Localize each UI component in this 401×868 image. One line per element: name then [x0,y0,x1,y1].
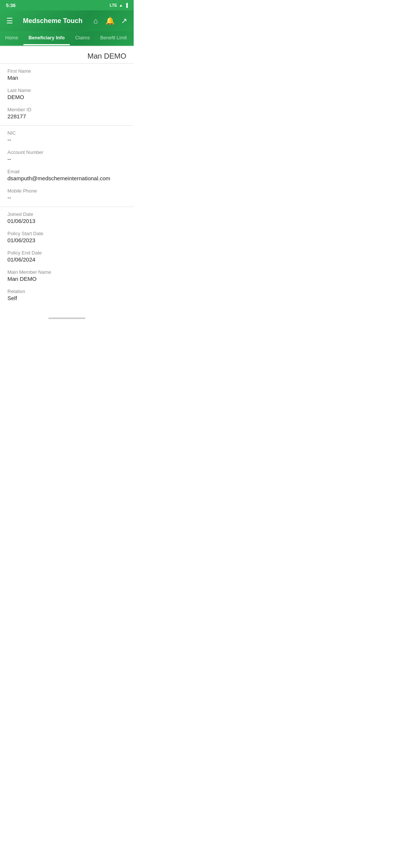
field-label-3: Main Member Name [7,269,126,275]
section-2: Joined Date01/06/2013Policy Start Date01… [0,207,134,307]
field-value-4: Self [7,295,126,301]
field-last-name: Last NameDEMO [7,88,126,100]
field-value-1: -- [7,156,126,162]
field-joined-date: Joined Date01/06/2013 [7,211,126,224]
section-1: NIC--Account Number--Emaildsamputh@medsc… [0,126,134,207]
field-label-1: Policy Start Date [7,231,126,236]
field-email: Emaildsamputh@medschemeinternational.com [7,169,126,181]
tab-beneficiary-info[interactable]: Beneficiary Info [23,31,70,45]
lte-icon: LTE [110,3,117,7]
field-nic: NIC-- [7,130,126,143]
tab-bar: HomeBeneficiary InfoClaimsBenefit LimitS… [0,31,134,46]
field-value-1: DEMO [7,94,126,100]
content: Man DEMO First NameManLast NameDEMOMembe… [0,46,134,307]
tab-home[interactable]: Home [0,31,23,45]
field-account-number: Account Number-- [7,149,126,162]
home-icon[interactable]: ⌂ [91,17,101,25]
app-title: Medscheme Touch [19,17,87,25]
field-first-name: First NameMan [7,68,126,81]
field-label-2: Email [7,169,126,174]
field-label-3: Mobile Phone [7,188,126,194]
field-value-1: 01/06/2023 [7,237,126,243]
section-0: First NameManLast NameDEMOMember ID22817… [0,64,134,126]
app-bar: ☰ Medscheme Touch ⌂ 🔔 ↗ [0,10,134,31]
field-policy-start-date: Policy Start Date01/06/2023 [7,231,126,243]
battery-icon: ▐ [125,3,128,7]
signal-icon: ▲ [119,3,123,7]
tab-snap-&-send[interactable]: Snap & Send [132,31,134,45]
tab-claims[interactable]: Claims [70,31,95,45]
field-relation: RelationSelf [7,289,126,301]
field-label-1: Last Name [7,88,126,93]
field-value-0: Man [7,75,126,81]
field-label-2: Member ID [7,107,126,112]
field-value-2: dsamputh@medschemeinternational.com [7,175,126,181]
field-label-2: Policy End Date [7,250,126,256]
field-label-0: NIC [7,130,126,136]
field-value-3: Man DEMO [7,276,126,282]
share-icon[interactable]: ↗ [119,16,129,25]
menu-icon[interactable]: ☰ [4,16,15,25]
field-policy-end-date: Policy End Date01/06/2024 [7,250,126,263]
status-icons: LTE ▲ ▐ [110,3,128,7]
field-value-2: 228177 [7,113,126,119]
home-indicator [0,315,134,322]
field-value-3: -- [7,194,126,201]
field-label-0: First Name [7,68,126,74]
notification-icon[interactable]: 🔔 [105,16,115,25]
field-mobile-phone: Mobile Phone-- [7,188,126,201]
member-name-header: Man DEMO [0,46,134,64]
tab-benefit-limit[interactable]: Benefit Limit [95,31,132,45]
field-label-0: Joined Date [7,211,126,217]
field-label-1: Account Number [7,149,126,155]
field-label-4: Relation [7,289,126,294]
field-value-0: -- [7,137,126,143]
status-time: 5:36 [6,3,16,8]
status-bar: 5:36 LTE ▲ ▐ [0,0,134,10]
home-bar [48,318,85,319]
field-main-member-name: Main Member NameMan DEMO [7,269,126,282]
field-value-2: 01/06/2024 [7,256,126,263]
field-value-0: 01/06/2013 [7,218,126,224]
field-member-id: Member ID228177 [7,107,126,119]
